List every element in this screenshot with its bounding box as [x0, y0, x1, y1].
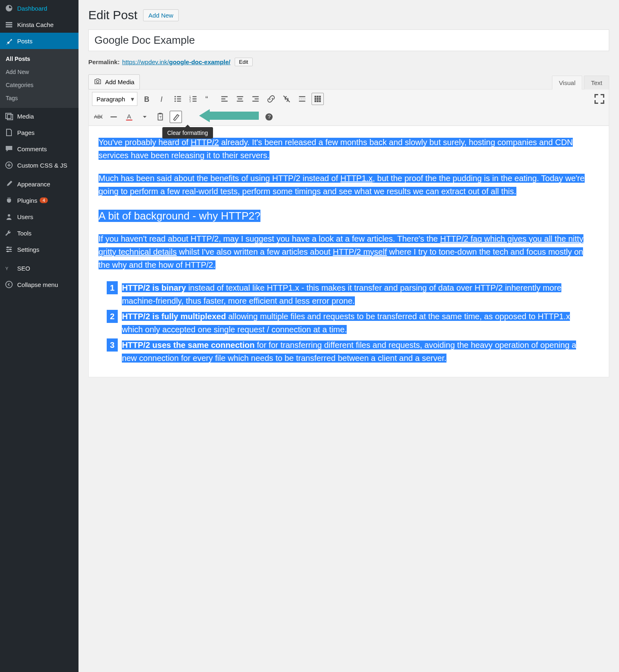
sidebar-item-media[interactable]: Media — [0, 108, 78, 124]
media-icon — [5, 112, 13, 120]
svg-rect-38 — [317, 96, 318, 97]
sidebar-item-posts[interactable]: Posts — [0, 33, 78, 49]
sidebar-label: Collapse menu — [17, 281, 58, 288]
sidebar-item-users[interactable]: Users — [0, 208, 78, 225]
pin-icon — [5, 37, 13, 45]
seo-icon: Y — [5, 264, 13, 272]
redo-button[interactable] — [247, 111, 260, 123]
svg-rect-39 — [319, 96, 321, 97]
sidebar-item-comments[interactable]: Comments — [0, 141, 78, 157]
sidebar-item-collapse[interactable]: Collapse menu — [0, 276, 78, 293]
pages-icon — [5, 128, 13, 137]
submenu-add-new[interactable]: Add New — [0, 65, 78, 78]
align-center-button[interactable] — [234, 93, 246, 105]
svg-point-9 — [6, 281, 12, 288]
blockquote-button[interactable]: “ — [203, 93, 215, 105]
svg-text:“: “ — [205, 94, 208, 103]
plugins-update-badge: 4 — [40, 197, 48, 203]
svg-rect-20 — [193, 96, 197, 97]
comments-icon — [5, 145, 13, 153]
format-select[interactable]: Paragraph — [92, 92, 137, 106]
svg-rect-30 — [238, 99, 242, 99]
sidebar-label: Media — [17, 113, 34, 120]
svg-rect-36 — [299, 101, 305, 101]
svg-rect-22 — [193, 99, 197, 99]
sidebar-item-dashboard[interactable]: Dashboard — [0, 0, 78, 16]
camera-icon — [94, 77, 102, 87]
submenu-tags[interactable]: Tags — [0, 92, 78, 105]
read-more-button[interactable] — [296, 93, 308, 105]
sidebar-item-pages[interactable]: Pages — [0, 124, 78, 141]
svg-rect-42 — [319, 98, 321, 100]
tab-visual[interactable]: Visual — [552, 76, 583, 90]
list-item: 1HTTP/2 is binary instead of textual lik… — [107, 281, 592, 307]
svg-rect-28 — [221, 101, 227, 101]
kitchen-sink-button[interactable] — [312, 93, 324, 105]
add-media-button[interactable]: Add Media — [88, 74, 140, 90]
help-button[interactable]: ? — [263, 111, 275, 123]
permalink-link[interactable]: https://wpdev.ink/google-doc-example/ — [122, 58, 231, 65]
text-color-dropdown[interactable] — [139, 111, 151, 123]
editor-toolbar: Paragraph B I 123 “ ABC — [89, 90, 609, 126]
sidebar-item-settings[interactable]: Settings — [0, 241, 78, 258]
svg-rect-2 — [6, 26, 12, 27]
sidebar-item-custom-css[interactable]: Custom CSS & JS — [0, 157, 78, 173]
svg-text:3: 3 — [189, 100, 191, 103]
svg-point-15 — [175, 98, 176, 99]
svg-point-13 — [175, 96, 176, 97]
tab-text[interactable]: Text — [584, 76, 609, 90]
sidebar-item-tools[interactable]: Tools — [0, 225, 78, 241]
svg-point-6 — [9, 249, 11, 250]
svg-rect-26 — [221, 96, 227, 97]
post-title-input[interactable] — [88, 29, 609, 51]
sidebar-item-kinsta-cache[interactable]: Kinsta Cache — [0, 16, 78, 33]
svg-point-7 — [7, 251, 9, 252]
undo-button[interactable] — [232, 111, 244, 123]
strikethrough-button[interactable]: ABC — [92, 111, 104, 123]
bold-button[interactable]: B — [141, 93, 153, 105]
svg-rect-35 — [299, 96, 305, 97]
sidebar-label: Pages — [17, 129, 35, 136]
align-right-button[interactable] — [249, 93, 262, 105]
align-left-button[interactable] — [218, 93, 231, 105]
sidebar-label: Comments — [17, 146, 47, 152]
svg-rect-31 — [237, 101, 243, 101]
bullet-list-button[interactable] — [172, 93, 184, 105]
numbered-list-button[interactable]: 123 — [187, 93, 200, 105]
svg-rect-50 — [126, 120, 132, 121]
italic-button[interactable]: I — [156, 93, 168, 105]
brush-icon — [5, 180, 13, 188]
kinsta-icon — [5, 20, 13, 29]
link-button[interactable] — [265, 93, 277, 105]
text-color-button[interactable]: A — [123, 111, 135, 123]
svg-rect-14 — [177, 96, 181, 97]
unlink-button[interactable] — [280, 93, 293, 105]
svg-text:Y: Y — [5, 266, 9, 271]
add-new-button[interactable]: Add New — [143, 9, 179, 21]
content-link-http2[interactable]: HTTP/2 — [191, 138, 219, 147]
svg-rect-40 — [314, 98, 316, 100]
svg-rect-41 — [317, 98, 318, 100]
content-link-http1x[interactable]: HTTP1.x — [340, 174, 372, 183]
submenu-categories[interactable]: Categories — [0, 78, 78, 92]
submenu-all-posts[interactable]: All Posts — [0, 52, 78, 65]
svg-point-5 — [7, 246, 9, 248]
content-link-myself[interactable]: HTTP/2 myself — [333, 247, 387, 256]
sliders-icon — [5, 245, 13, 253]
clear-formatting-tooltip: Clear formatting — [162, 127, 213, 139]
horizontal-rule-button[interactable] — [108, 111, 120, 123]
clear-formatting-button[interactable] — [170, 111, 182, 123]
sidebar-item-appearance[interactable]: Appearance — [0, 176, 78, 192]
svg-point-10 — [96, 81, 99, 83]
svg-text:?: ? — [268, 114, 271, 120]
sidebar-label: Users — [17, 213, 33, 220]
svg-rect-48 — [110, 116, 117, 117]
sidebar-item-plugins[interactable]: Plugins 4 — [0, 192, 78, 208]
sidebar-item-seo[interactable]: Y SEO — [0, 260, 78, 276]
editor-content[interactable]: You've probably heard of HTTP/2 already.… — [89, 126, 609, 377]
fullscreen-button[interactable] — [593, 93, 606, 105]
paste-text-button[interactable]: T — [154, 111, 166, 123]
collapse-icon — [5, 280, 13, 289]
edit-permalink-button[interactable]: Edit — [235, 58, 253, 66]
svg-text:I: I — [161, 95, 163, 103]
